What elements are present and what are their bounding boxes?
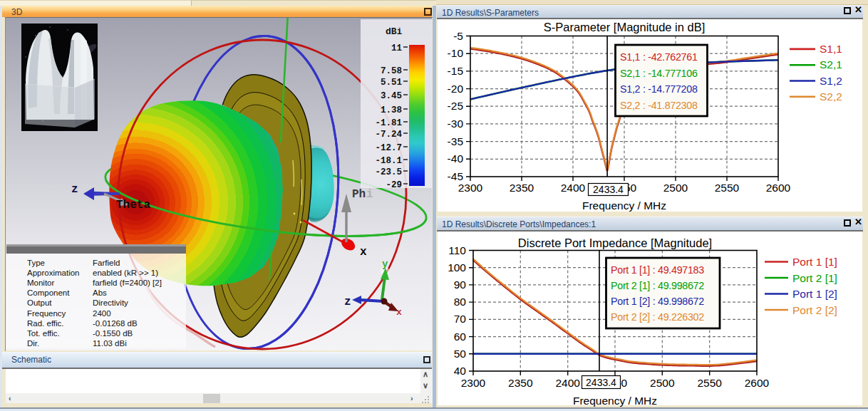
svg-text:Port 2 [2] : 49.226302: Port 2 [2] : 49.226302	[611, 311, 704, 323]
svg-text:2350: 2350	[508, 377, 533, 389]
svg-text:80: 80	[454, 296, 467, 308]
svg-text:90: 90	[454, 279, 467, 291]
svg-text:Port 2 [1]: Port 2 [1]	[792, 272, 837, 284]
svg-text:Port 1 [2] : 49.998672: Port 1 [2] : 49.998672	[611, 296, 704, 307]
svg-text:Frequency / MHz: Frequency / MHz	[573, 395, 657, 407]
svg-text:Port 2 [1] : 49.998672: Port 2 [1] : 49.998672	[611, 280, 704, 291]
svg-text:2500: 2500	[650, 377, 675, 389]
svg-text:Discrete Port Impedance [Magni: Discrete Port Impedance [Magnitude]	[518, 236, 712, 249]
svg-text:Port 1 [1] : 49.497183: Port 1 [1] : 49.497183	[611, 264, 704, 276]
svg-text:70: 70	[454, 313, 467, 325]
svg-text:2300: 2300	[461, 377, 486, 389]
svg-text:60: 60	[454, 331, 467, 343]
svg-text:Port 1 [1]: Port 1 [1]	[792, 256, 837, 268]
svg-text:2433.4: 2433.4	[586, 377, 616, 388]
svg-text:2400: 2400	[555, 377, 580, 389]
svg-text:Port 2 [2]: Port 2 [2]	[792, 304, 837, 316]
svg-text:40: 40	[454, 365, 467, 377]
svg-text:2600: 2600	[745, 377, 770, 389]
svg-text:Port 1 [2]: Port 1 [2]	[792, 288, 837, 300]
svg-text:100: 100	[448, 261, 466, 274]
svg-text:110: 110	[448, 244, 466, 256]
svg-text:2550: 2550	[697, 377, 722, 389]
svg-text:50: 50	[454, 348, 467, 360]
